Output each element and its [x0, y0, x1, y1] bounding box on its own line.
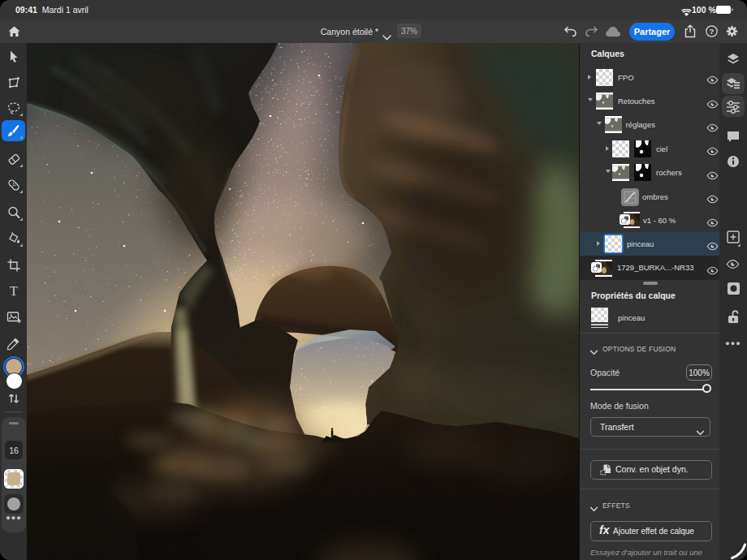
svg-text:?: ?: [710, 27, 715, 36]
svg-text:T: T: [10, 284, 18, 298]
